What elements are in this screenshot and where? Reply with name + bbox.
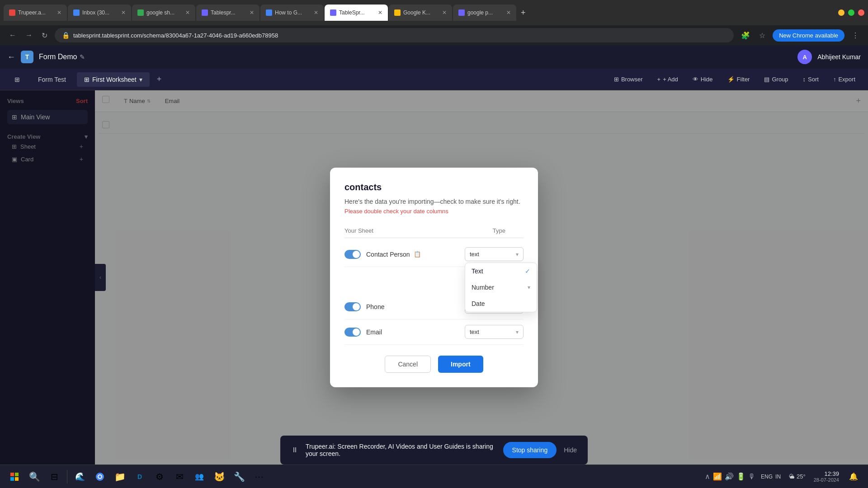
taskbar-explorer-icon[interactable]: 📁 [111, 468, 129, 486]
window-controls [838, 9, 864, 16]
dropdown-chevron-email: ▾ [516, 329, 519, 335]
window-maximize-button[interactable] [848, 9, 854, 16]
dropdown-option-date[interactable]: Date [465, 296, 537, 312]
app-back-button[interactable]: ← [7, 52, 15, 62]
extensions-button[interactable]: 🧩 [739, 29, 752, 42]
sort-button[interactable]: ↕ Sort [797, 73, 824, 85]
taskbar-settings-icon[interactable]: ⚙ [151, 468, 169, 486]
volume-icon: 🔊 [725, 472, 734, 481]
language-region: ENG IN [761, 474, 781, 480]
taskbar-git2-icon[interactable]: 🔧 [230, 468, 248, 486]
type-dropdown-contact[interactable]: text ▾ Text ✓ Number ▾ [465, 247, 524, 261]
taskbar-separator [67, 470, 67, 483]
toggle-phone[interactable] [344, 302, 361, 311]
window-minimize-button[interactable] [838, 9, 844, 16]
sheet-col-label: Your Sheet [344, 227, 373, 234]
browser-tab-trupeer[interactable]: Trupeer.a... ✕ [4, 5, 67, 21]
export-button[interactable]: ↑ Export [828, 73, 861, 85]
type-dropdown-menu: Text ✓ Number ▾ Date [465, 263, 537, 312]
import-button[interactable]: Import [438, 356, 483, 373]
taskbar-apps-icon[interactable]: ⋯ [250, 468, 268, 486]
add-tab-button[interactable]: + [153, 73, 165, 86]
dropdown-option-text[interactable]: Text ✓ [465, 263, 537, 279]
toolbar-icon-btn[interactable]: ⊞ [7, 72, 27, 87]
browser-icon: ⊞ [614, 76, 619, 83]
hide-banner-button[interactable]: Hide [564, 446, 577, 454]
browser-tab-gsheet[interactable]: google sh... ✕ [132, 5, 195, 21]
reload-button[interactable]: ↻ [40, 29, 49, 42]
dropdown-chevron-contact: ▾ [516, 251, 519, 258]
import-modal: contacts Here's the data you're importin… [330, 168, 538, 387]
forward-button[interactable]: → [24, 29, 34, 41]
taskbar-weather[interactable]: 🌥 25° [786, 468, 808, 486]
taskbar-team-icon[interactable]: 👥 [190, 468, 208, 486]
browser-tab-googlek[interactable]: Google K... ✕ [389, 5, 452, 21]
first-worksheet-tab[interactable]: ⊞ First Worksheet ▾ [77, 72, 150, 87]
browser-button[interactable]: ⊞ Browser [609, 73, 648, 85]
hide-button[interactable]: 👁 Hide [687, 73, 718, 85]
window-close-button[interactable] [858, 9, 864, 16]
tab-close-tablespr-active[interactable]: ✕ [378, 9, 382, 16]
modal-overlay: contacts Here's the data you're importin… [0, 90, 868, 465]
cancel-button[interactable]: Cancel [385, 356, 431, 373]
tab-close-howto[interactable]: ✕ [314, 9, 318, 16]
svg-point-6 [99, 475, 101, 478]
chevron-up-icon[interactable]: ∧ [705, 472, 710, 481]
toggle-contact[interactable] [344, 250, 361, 259]
tab-close-inbox[interactable]: ✕ [121, 9, 126, 16]
edit-title-icon[interactable]: ✎ [80, 53, 85, 61]
main-content: Views Sort ⊞ Main View Create View ▾ ⊞ S… [0, 90, 868, 465]
system-tray: ∧ 📶 🔊 🔋 🎙 [705, 472, 755, 481]
svg-rect-3 [15, 477, 19, 481]
modal-warning: Please double check your date columns [344, 208, 524, 215]
browser-tab-googlep[interactable]: google p... ✕ [453, 5, 516, 21]
sort-icon: ↕ [803, 76, 806, 83]
contact-row-icon[interactable]: 📋 [414, 251, 421, 258]
taskbar-mail-icon[interactable]: ✉ [170, 468, 189, 486]
type-dropdown-email[interactable]: text ▾ [465, 325, 524, 339]
dropdown-btn-email[interactable]: text ▾ [465, 325, 524, 339]
browser-tab-tablespr-active[interactable]: TableSpr... ✕ [325, 5, 388, 21]
browser-tab-howto[interactable]: How to G... ✕ [260, 5, 324, 21]
tab-close-googlep[interactable]: ✕ [506, 9, 511, 16]
browser-tab-inbox[interactable]: Inbox (30... ✕ [68, 5, 131, 21]
modal-column-headers: Your Sheet Type [344, 224, 524, 238]
tab-close-trupeer[interactable]: ✕ [57, 9, 61, 16]
toggle-email[interactable] [344, 328, 361, 337]
stop-sharing-button[interactable]: Stop sharing [503, 442, 557, 458]
tab-close-tablespr1[interactable]: ✕ [250, 9, 254, 16]
form-test-tab[interactable]: Form Test [31, 72, 73, 87]
back-button[interactable]: ← [7, 29, 18, 41]
taskbar-taskview-button[interactable]: ⊟ [45, 468, 63, 486]
taskbar-start-button[interactable] [5, 468, 24, 486]
star-button[interactable]: ☆ [757, 29, 767, 42]
tab-close-gsheet[interactable]: ✕ [185, 9, 190, 16]
taskbar-clock[interactable]: 12:39 28-07-2024 [810, 470, 843, 483]
tab-favicon-howto [266, 9, 272, 16]
tab-favicon-gsheet [137, 9, 144, 16]
taskbar-search-button[interactable]: 🔍 [25, 468, 43, 486]
dropdown-btn-contact[interactable]: text ▾ [465, 247, 524, 261]
address-bar: ← → ↻ 🔒 tablesprint.tablesprint.com/sche… [0, 25, 868, 45]
new-tab-button[interactable]: + [517, 6, 529, 19]
worksheet-dropdown-icon[interactable]: ▾ [139, 76, 142, 83]
filter-button[interactable]: ⚡ Filter [722, 73, 755, 85]
menu-button[interactable]: ⋮ [850, 29, 861, 42]
chrome-update-button[interactable]: New Chrome available [773, 29, 844, 42]
taskbar-chrome-icon[interactable] [91, 468, 109, 486]
add-button[interactable]: + + Add [652, 73, 684, 85]
dropdown-option-number[interactable]: Number ▾ [465, 279, 537, 296]
tab-label-inbox: Inbox (30... [82, 9, 109, 16]
taskbar-notification-button[interactable]: 🔔 [844, 468, 863, 486]
clock-time: 12:39 [814, 470, 839, 477]
taskbar-dell-icon[interactable]: D [131, 468, 149, 486]
add-icon: + [657, 76, 661, 83]
lock-icon: 🔒 [62, 32, 70, 39]
taskbar-github-icon[interactable]: 🐱 [210, 468, 228, 486]
modal-footer: Cancel Import [344, 356, 524, 373]
taskbar-edge-icon[interactable]: 🌊 [71, 468, 89, 486]
tab-close-googlek[interactable]: ✕ [442, 9, 447, 16]
url-bar[interactable]: 🔒 tablesprint.tablesprint.com/schema/830… [55, 28, 734, 42]
browser-tab-tablespr1[interactable]: Tablespr... ✕ [196, 5, 259, 21]
group-button[interactable]: ▤ Group [759, 73, 793, 85]
